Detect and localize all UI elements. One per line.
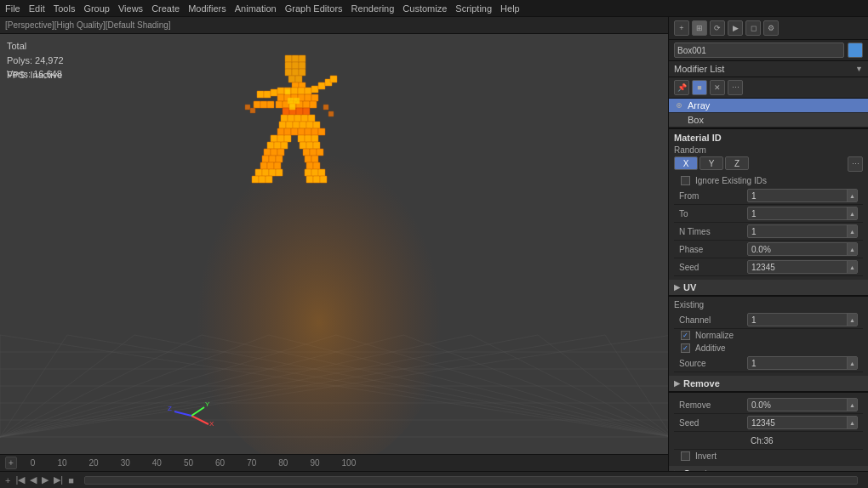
svg-rect-119 bbox=[255, 169, 262, 176]
mat-from-value[interactable]: 1 ▲ bbox=[747, 189, 858, 202]
z-button[interactable]: Z bbox=[725, 156, 749, 170]
svg-rect-34 bbox=[299, 62, 306, 69]
remove-invert-checkbox[interactable] bbox=[681, 451, 690, 461]
svg-rect-43 bbox=[264, 91, 271, 98]
object-name-field[interactable] bbox=[674, 43, 844, 58]
menu-edit[interactable]: Edit bbox=[29, 3, 45, 14]
uv-section-header[interactable]: ▶ UV bbox=[669, 280, 868, 296]
icon-btn-hier[interactable]: ⟳ bbox=[710, 20, 725, 36]
menu-scripting[interactable]: Scripting bbox=[455, 3, 492, 14]
menu-file[interactable]: File bbox=[5, 3, 20, 14]
modifier-eye-array[interactable] bbox=[674, 100, 684, 111]
icon-btn-motion[interactable]: ▶ bbox=[728, 20, 743, 36]
svg-text:Z: Z bbox=[168, 405, 172, 412]
viewport[interactable]: [Perspective][High Quality][Default Shad… bbox=[0, 17, 668, 471]
mod-tool-more[interactable]: ⋯ bbox=[728, 80, 743, 95]
stats-polys: Polys: 24,972 bbox=[7, 54, 64, 68]
modifier-entry-array[interactable]: Array bbox=[669, 99, 868, 113]
uv-additive-checkbox[interactable]: ✓ bbox=[681, 343, 690, 353]
svg-line-140 bbox=[191, 416, 208, 424]
menu-modifiers[interactable]: Modifiers bbox=[188, 3, 226, 14]
mat-phase-value[interactable]: 0.0% ▲ bbox=[747, 242, 858, 256]
mat-ntimes-value[interactable]: 1 ▲ bbox=[747, 224, 858, 238]
svg-rect-85 bbox=[284, 128, 291, 135]
svg-rect-129 bbox=[306, 176, 313, 183]
icon-btn-add[interactable]: + bbox=[674, 20, 689, 36]
menu-customize[interactable]: Customize bbox=[403, 3, 447, 14]
uv-channel-value[interactable]: 1 ▲ bbox=[747, 313, 858, 326]
svg-rect-87 bbox=[298, 128, 305, 135]
y-button[interactable]: Y bbox=[700, 156, 723, 170]
mod-tool-active[interactable]: ■ bbox=[692, 80, 707, 95]
menu-views[interactable]: Views bbox=[118, 3, 143, 14]
svg-line-142 bbox=[191, 407, 204, 416]
svg-rect-49 bbox=[305, 88, 311, 94]
svg-rect-77 bbox=[308, 115, 315, 122]
uv-source-value[interactable]: 1 ▲ bbox=[747, 356, 858, 370]
svg-rect-54 bbox=[277, 94, 284, 101]
svg-rect-78 bbox=[279, 122, 286, 128]
icon-btn-modify[interactable]: ⊞ bbox=[692, 20, 707, 36]
ignore-existing-ids-checkbox[interactable] bbox=[681, 176, 690, 185]
uv-additive-row: ✓ Additive bbox=[674, 342, 863, 355]
object-color-swatch[interactable] bbox=[848, 43, 863, 58]
timeline-icon-prev-end[interactable]: |◀ bbox=[15, 474, 25, 485]
mat-id-options[interactable]: ⋯ bbox=[848, 156, 863, 172]
timeline-icon-prev[interactable]: ◀ bbox=[30, 474, 37, 485]
svg-rect-76 bbox=[301, 115, 308, 122]
svg-rect-130 bbox=[313, 176, 320, 183]
svg-rect-67 bbox=[260, 101, 267, 108]
menu-tools[interactable]: Tools bbox=[54, 3, 76, 14]
remove-pct-label: Remove bbox=[679, 400, 747, 410]
uv-arrow: ▶ bbox=[674, 283, 680, 292]
svg-rect-115 bbox=[267, 162, 274, 169]
svg-point-147 bbox=[678, 105, 680, 106]
svg-rect-92 bbox=[277, 135, 284, 142]
mod-tool-pin[interactable]: 📌 bbox=[674, 80, 689, 95]
uv-source-label: Source bbox=[679, 359, 747, 368]
timeline-icon-plus[interactable]: + bbox=[5, 475, 10, 485]
menu-animation[interactable]: Animation bbox=[235, 3, 277, 14]
modifier-entry-box[interactable]: Box bbox=[669, 113, 868, 128]
mat-from-label: From bbox=[679, 191, 747, 201]
timeline-scrubber[interactable] bbox=[84, 476, 858, 485]
icon-btn-display[interactable]: ◻ bbox=[745, 20, 761, 36]
mat-to-value[interactable]: 1 ▲ bbox=[747, 207, 858, 220]
mat-seed-value[interactable]: 12345 ▲ bbox=[747, 260, 858, 274]
timeline-icon-next-end[interactable]: ▶| bbox=[54, 474, 63, 485]
remove-label: Remove bbox=[683, 378, 720, 389]
menu-graph-editors[interactable]: Graph Editors bbox=[285, 3, 343, 14]
uv-channel-row: Channel 1 ▲ bbox=[674, 311, 863, 329]
mat-from-row: From 1 ▲ bbox=[674, 187, 863, 205]
remove-section-header[interactable]: ▶ Remove bbox=[669, 376, 868, 392]
btn-create-obj[interactable]: + bbox=[5, 457, 17, 469]
mat-to-row: To 1 ▲ bbox=[674, 205, 863, 223]
mat-seed-arrow[interactable]: ▲ bbox=[847, 261, 857, 273]
svg-rect-53 bbox=[330, 76, 337, 82]
mat-to-arrow[interactable]: ▲ bbox=[847, 207, 857, 219]
mat-ntimes-arrow[interactable]: ▲ bbox=[847, 225, 857, 237]
menu-group[interactable]: Group bbox=[83, 3, 110, 14]
remove-seed-row: Seed 12345 ▲ bbox=[674, 414, 863, 432]
svg-rect-60 bbox=[276, 101, 283, 108]
mat-from-arrow[interactable]: ▲ bbox=[847, 190, 857, 201]
menu-create[interactable]: Create bbox=[151, 3, 180, 14]
svg-rect-47 bbox=[291, 88, 298, 94]
timeline-icon-play[interactable]: ▶ bbox=[42, 474, 49, 485]
timeline-icon-stop[interactable]: ■ bbox=[68, 475, 74, 485]
menu-help[interactable]: Help bbox=[500, 3, 520, 14]
mat-phase-arrow[interactable]: ▲ bbox=[847, 243, 857, 255]
remove-pct-value[interactable]: 0.0% ▲ bbox=[747, 398, 858, 411]
svg-rect-136 bbox=[288, 98, 294, 104]
uv-normalize-checkbox[interactable]: ✓ bbox=[681, 331, 690, 340]
icon-btn-utils[interactable]: ⚙ bbox=[763, 20, 779, 36]
svg-rect-91 bbox=[271, 135, 277, 142]
svg-rect-121 bbox=[269, 169, 276, 176]
remove-seed-value[interactable]: 12345 ▲ bbox=[747, 416, 858, 429]
x-button[interactable]: X bbox=[674, 156, 698, 170]
svg-rect-118 bbox=[313, 162, 320, 169]
menu-rendering[interactable]: Rendering bbox=[351, 3, 395, 14]
mod-tool-delete[interactable]: ✕ bbox=[710, 80, 725, 95]
svg-rect-120 bbox=[262, 169, 269, 176]
svg-rect-31 bbox=[299, 55, 306, 62]
